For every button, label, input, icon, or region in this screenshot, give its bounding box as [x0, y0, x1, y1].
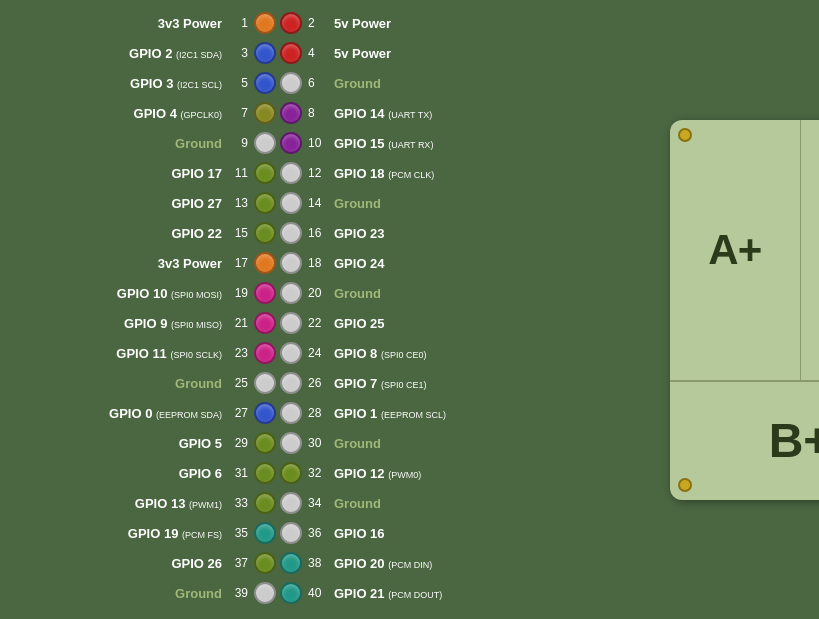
pin-dot-left	[254, 552, 276, 574]
pin-label-right: Ground	[326, 286, 546, 301]
pin-dot-right	[280, 282, 302, 304]
pin-label-right: GPIO 25	[326, 316, 546, 331]
pin-label-left: GPIO 17	[10, 166, 230, 181]
pin-num-left: 5	[230, 76, 252, 90]
pin-label-left: GPIO 19 (PCM FS)	[10, 526, 230, 541]
pin-dot-left	[254, 462, 276, 484]
pin-num-right: 24	[304, 346, 326, 360]
pin-num-left: 27	[230, 406, 252, 420]
screw-tl	[678, 128, 692, 142]
pin-label-left: Ground	[10, 586, 230, 601]
pin-dot-right	[280, 132, 302, 154]
screw-bl	[678, 478, 692, 492]
pin-row: GPIO 19 (PCM FS)3536GPIO 16	[10, 518, 650, 548]
pin-num-right: 12	[304, 166, 326, 180]
pin-num-right: 10	[304, 136, 326, 150]
pin-dot-right	[280, 102, 302, 124]
pin-num-right: 32	[304, 466, 326, 480]
pin-dot-left	[254, 402, 276, 424]
pin-row: GPIO 11 (SPI0 SCLK)2324GPIO 8 (SPI0 CE0)	[10, 338, 650, 368]
pin-num-left: 19	[230, 286, 252, 300]
pin-label-left: GPIO 10 (SPI0 MOSI)	[10, 286, 230, 301]
pin-dot-left	[254, 162, 276, 184]
pin-label-right: GPIO 18 (PCM CLK)	[326, 166, 546, 181]
pin-num-left: 17	[230, 256, 252, 270]
pin-label-right: Ground	[326, 196, 546, 211]
pin-dot-left	[254, 102, 276, 124]
pin-label-right: GPIO 12 (PWM0)	[326, 466, 546, 481]
pin-diagram: 3v3 Power125v PowerGPIO 2 (I2C1 SDA)345v…	[0, 0, 660, 619]
pin-dot-left	[254, 432, 276, 454]
pin-num-right: 36	[304, 526, 326, 540]
pin-row: GPIO 63132GPIO 12 (PWM0)	[10, 458, 650, 488]
pin-num-left: 35	[230, 526, 252, 540]
pin-label-left: GPIO 13 (PWM1)	[10, 496, 230, 511]
pin-dot-left	[254, 582, 276, 604]
board-label-bplus: B+	[769, 413, 819, 468]
pin-num-right: 18	[304, 256, 326, 270]
board-diagram: A+ Zero B+	[660, 0, 819, 619]
pin-row: 3v3 Power125v Power	[10, 8, 650, 38]
pin-label-right: 5v Power	[326, 46, 546, 61]
pin-row: GPIO 171112GPIO 18 (PCM CLK)	[10, 158, 650, 188]
pin-label-right: GPIO 16	[326, 526, 546, 541]
pin-dot-right	[280, 462, 302, 484]
pin-label-right: GPIO 7 (SPI0 CE1)	[326, 376, 546, 391]
pin-dot-right	[280, 552, 302, 574]
pin-label-right: Ground	[326, 496, 546, 511]
pin-num-right: 30	[304, 436, 326, 450]
pin-row: GPIO 221516GPIO 23	[10, 218, 650, 248]
pin-label-left: GPIO 5	[10, 436, 230, 451]
pin-num-left: 23	[230, 346, 252, 360]
pin-dot-left	[254, 222, 276, 244]
pin-dot-right	[280, 372, 302, 394]
pin-dot-right	[280, 342, 302, 364]
pin-dot-right	[280, 522, 302, 544]
pin-row: GPIO 9 (SPI0 MISO)2122GPIO 25	[10, 308, 650, 338]
pin-label-left: Ground	[10, 136, 230, 151]
pin-num-left: 29	[230, 436, 252, 450]
pin-num-right: 4	[304, 46, 326, 60]
pin-num-left: 3	[230, 46, 252, 60]
pin-num-right: 20	[304, 286, 326, 300]
pin-dot-right	[280, 12, 302, 34]
pin-dot-right	[280, 42, 302, 64]
pin-label-right: GPIO 1 (EEPROM SCL)	[326, 406, 546, 421]
pin-dot-left	[254, 342, 276, 364]
pin-label-right: GPIO 21 (PCM DOUT)	[326, 586, 546, 601]
pin-row: GPIO 263738GPIO 20 (PCM DIN)	[10, 548, 650, 578]
pin-num-left: 33	[230, 496, 252, 510]
pin-label-right: GPIO 20 (PCM DIN)	[326, 556, 546, 571]
pin-num-left: 37	[230, 556, 252, 570]
pin-label-left: Ground	[10, 376, 230, 391]
pin-dot-right	[280, 402, 302, 424]
pin-dot-left	[254, 522, 276, 544]
pin-num-left: 7	[230, 106, 252, 120]
pin-label-right: Ground	[326, 76, 546, 91]
pin-dot-left	[254, 72, 276, 94]
pin-label-left: GPIO 4 (GPCLK0)	[10, 106, 230, 121]
pin-num-right: 6	[304, 76, 326, 90]
pin-row: GPIO 13 (PWM1)3334Ground	[10, 488, 650, 518]
pin-row: GPIO 0 (EEPROM SDA)2728GPIO 1 (EEPROM SC…	[10, 398, 650, 428]
pin-num-right: 26	[304, 376, 326, 390]
pin-num-left: 39	[230, 586, 252, 600]
pin-label-right: GPIO 23	[326, 226, 546, 241]
pin-dot-left	[254, 192, 276, 214]
pin-label-left: GPIO 2 (I2C1 SDA)	[10, 46, 230, 61]
pin-label-left: GPIO 26	[10, 556, 230, 571]
pin-dot-left	[254, 312, 276, 334]
pin-num-right: 28	[304, 406, 326, 420]
pin-row: Ground2526GPIO 7 (SPI0 CE1)	[10, 368, 650, 398]
pin-label-right: Ground	[326, 436, 546, 451]
pin-num-left: 31	[230, 466, 252, 480]
pin-row: Ground910GPIO 15 (UART RX)	[10, 128, 650, 158]
pin-dot-left	[254, 492, 276, 514]
pin-num-left: 21	[230, 316, 252, 330]
pin-dot-right	[280, 192, 302, 214]
pin-label-right: GPIO 24	[326, 256, 546, 271]
pin-label-left: GPIO 22	[10, 226, 230, 241]
board-section-zero: Zero	[801, 120, 820, 380]
pin-num-right: 34	[304, 496, 326, 510]
pin-dot-right	[280, 252, 302, 274]
